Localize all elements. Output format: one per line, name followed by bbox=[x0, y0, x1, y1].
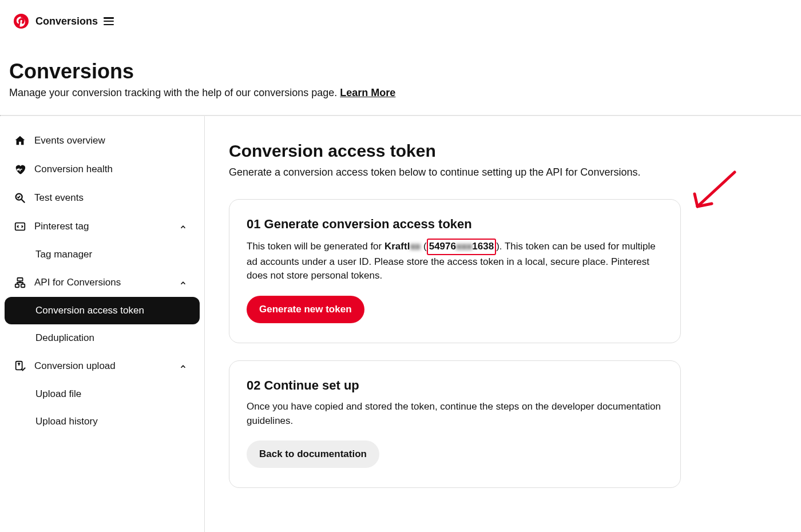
sidebar-item-label: Pinterest tag bbox=[34, 221, 89, 232]
sidebar-item-label: Upload file bbox=[35, 388, 81, 400]
sidebar-item-label: Events overview bbox=[34, 135, 105, 146]
chevron-up-icon bbox=[179, 223, 187, 231]
sidebar-item-label: Tag manager bbox=[35, 249, 92, 260]
main-title: Conversion access token bbox=[229, 141, 769, 161]
account-name: Kraftlxx bbox=[384, 241, 421, 252]
back-to-documentation-button[interactable]: Back to documentation bbox=[247, 440, 379, 468]
sidebar-subitem-upload-history[interactable]: Upload history bbox=[5, 408, 200, 435]
sidebar-item-label: Conversion access token bbox=[35, 305, 144, 316]
account-id-highlight: 54976xxx1638 bbox=[427, 239, 496, 255]
main-subtitle: Generate a conversion access token below… bbox=[229, 166, 769, 178]
sidebar-item-conversion-upload[interactable]: Conversion upload bbox=[5, 352, 200, 380]
sidebar-item-api-for-conversions[interactable]: API for Conversions bbox=[5, 268, 200, 297]
page-header: Conversions Manage your conversion track… bbox=[0, 35, 801, 115]
main-content: Conversion access token Generate a conve… bbox=[205, 116, 801, 532]
sidebar-item-test-events[interactable]: Test events bbox=[5, 184, 200, 212]
sidebar-subitem-conversion-access-token[interactable]: Conversion access token bbox=[5, 297, 200, 324]
learn-more-link[interactable]: Learn More bbox=[340, 87, 395, 98]
generate-new-token-button[interactable]: Generate new token bbox=[247, 296, 364, 323]
sidebar-item-events-overview[interactable]: Events overview bbox=[5, 126, 200, 155]
sidebar-subitem-deduplication[interactable]: Deduplication bbox=[5, 324, 200, 352]
sidebar-subitem-upload-file[interactable]: Upload file bbox=[5, 380, 200, 408]
card-body: This token will be generated for Kraftlx… bbox=[247, 239, 663, 283]
chevron-up-icon bbox=[179, 279, 187, 287]
svg-rect-6 bbox=[21, 284, 25, 288]
svg-rect-5 bbox=[15, 284, 19, 288]
topbar: Conversions bbox=[0, 0, 801, 35]
svg-rect-4 bbox=[17, 278, 22, 281]
menu-icon[interactable] bbox=[104, 17, 114, 25]
tag-code-icon bbox=[14, 220, 26, 233]
sidebar-subitem-tag-manager[interactable]: Tag manager bbox=[5, 241, 200, 268]
sidebar: Events overview Conversion health Test e… bbox=[0, 116, 205, 532]
chevron-up-icon bbox=[179, 362, 187, 370]
sidebar-item-label: Deduplication bbox=[35, 332, 94, 344]
card-body: Once you have copied and stored the toke… bbox=[247, 400, 663, 428]
card-heading: 01 Generate conversion access token bbox=[247, 217, 663, 232]
sidebar-item-label: API for Conversions bbox=[34, 277, 121, 288]
sidebar-item-conversion-health[interactable]: Conversion health bbox=[5, 155, 200, 184]
api-icon bbox=[14, 276, 26, 289]
page-title: Conversions bbox=[9, 59, 792, 84]
card-heading: 02 Continue set up bbox=[247, 378, 663, 393]
sidebar-item-label: Conversion upload bbox=[34, 360, 116, 372]
page-subtitle: Manage your conversion tracking with the… bbox=[9, 87, 792, 99]
pinterest-logo-icon bbox=[14, 14, 29, 29]
heart-pulse-icon bbox=[14, 163, 26, 176]
svg-line-2 bbox=[22, 200, 25, 203]
magnify-icon bbox=[14, 192, 26, 204]
card-generate-token: 01 Generate conversion access token This… bbox=[229, 199, 681, 343]
upload-icon bbox=[14, 360, 26, 372]
sidebar-item-label: Conversion health bbox=[34, 164, 113, 175]
sidebar-item-pinterest-tag[interactable]: Pinterest tag bbox=[5, 212, 200, 241]
card-continue-setup: 02 Continue set up Once you have copied … bbox=[229, 360, 681, 488]
svg-rect-7 bbox=[16, 362, 22, 370]
sidebar-item-label: Upload history bbox=[35, 416, 98, 427]
sidebar-item-label: Test events bbox=[34, 192, 84, 204]
topbar-title: Conversions bbox=[35, 15, 98, 27]
home-icon bbox=[14, 134, 26, 147]
